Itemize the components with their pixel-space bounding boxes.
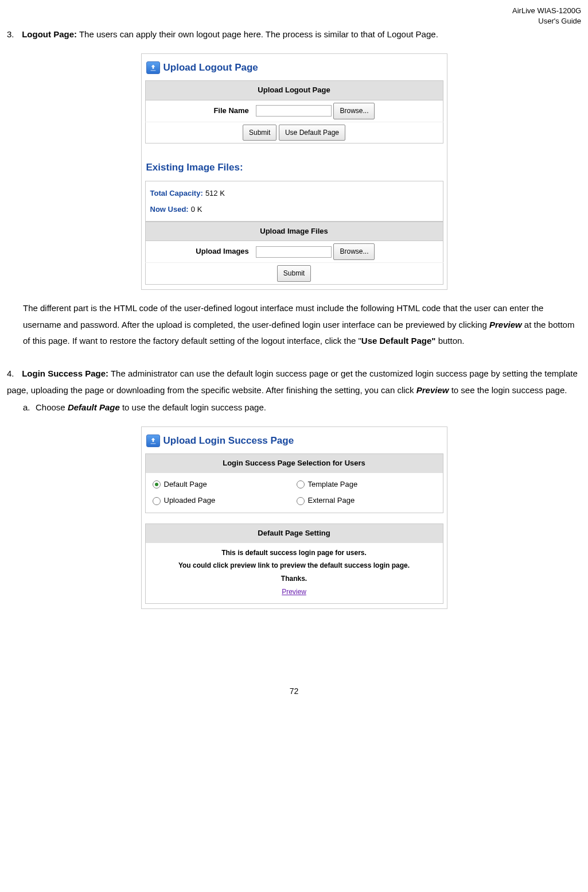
default-setting-box: Default Page Setting This is default suc… bbox=[145, 523, 443, 604]
sub-a-post: to use the default login success page. bbox=[120, 402, 266, 412]
header-line1: AirLive WIAS-1200G bbox=[7, 6, 581, 16]
use-default-page-button[interactable]: Use Default Page bbox=[279, 125, 345, 141]
def-line2: You could click preview link to preview … bbox=[148, 559, 441, 572]
section-3: 3. Logout Page: The users can apply thei… bbox=[7, 26, 581, 43]
upload-logout-panel: Upload Logout Page Upload Logout Page Fi… bbox=[141, 53, 447, 290]
sub-a-pre: Choose bbox=[36, 402, 68, 412]
def-line1: This is default success login page for u… bbox=[148, 546, 441, 560]
submit-button-2[interactable]: Submit bbox=[277, 265, 311, 282]
figure-upload-logout: Upload Logout Page Upload Logout Page Fi… bbox=[7, 53, 581, 290]
panel2-title-text: Upload Login Success Page bbox=[163, 435, 294, 446]
upload-images-input[interactable] bbox=[256, 246, 332, 258]
opt-template: Template Page bbox=[308, 478, 358, 492]
doc-header: AirLive WIAS-1200G User's Guide bbox=[7, 6, 581, 26]
tbl1-header: Upload Logout Page bbox=[145, 81, 443, 100]
selection-header: Login Success Page Selection for Users bbox=[146, 454, 443, 473]
radio-icon-selected bbox=[153, 480, 161, 488]
total-capacity-label: Total Capacity: bbox=[150, 189, 203, 197]
opt-default: Default Page bbox=[164, 478, 207, 492]
def-line3: Thanks. bbox=[148, 572, 441, 585]
header-line2: User's Guide bbox=[7, 16, 581, 26]
default-setting-header: Default Page Setting bbox=[146, 524, 443, 543]
opt-uploaded: Uploaded Page bbox=[164, 494, 216, 508]
upload-logout-table: Upload Logout Page File Name Browse... S… bbox=[145, 80, 443, 144]
s4-preview-word: Preview bbox=[416, 385, 449, 395]
file-name-input[interactable] bbox=[256, 105, 332, 117]
section-4: 4. Login Success Page: The administrator… bbox=[7, 366, 581, 416]
tbl2-header: Upload Image Files bbox=[145, 222, 443, 241]
list-num-3: 3. bbox=[7, 26, 20, 43]
upload-icon-2 bbox=[146, 435, 160, 447]
total-capacity-value: 512 K bbox=[205, 189, 225, 197]
panel-title-row: Upload Logout Page bbox=[145, 56, 443, 80]
now-used-label: Now Used: bbox=[150, 205, 189, 214]
file-name-label: File Name bbox=[145, 100, 252, 122]
s3-para-p1: The different part is the HTML code of t… bbox=[23, 303, 543, 329]
existing-files-title: Existing Image Files: bbox=[145, 156, 443, 180]
browse-button-2[interactable]: Browse... bbox=[333, 243, 375, 260]
s3-title: Logout Page: bbox=[22, 29, 77, 39]
now-used-value: 0 K bbox=[191, 205, 203, 214]
upload-images-label: Upload Images bbox=[145, 241, 252, 263]
preview-link[interactable]: Preview bbox=[282, 588, 306, 596]
s3-use-default-bold: Use Default Page" bbox=[361, 336, 436, 346]
opt-external: External Page bbox=[308, 494, 355, 508]
list-num-4: 4. bbox=[7, 366, 20, 382]
submit-button-1[interactable]: Submit bbox=[243, 125, 277, 141]
panel-title-text: Upload Logout Page bbox=[163, 62, 258, 73]
browse-button-1[interactable]: Browse... bbox=[333, 103, 375, 119]
selection-box: Login Success Page Selection for Users D… bbox=[145, 453, 443, 513]
radio-external-page[interactable]: External Page bbox=[294, 492, 438, 509]
s3-tail: The users can apply their own logout pag… bbox=[77, 29, 438, 39]
sub-a-num: a. bbox=[23, 400, 36, 416]
s3-paragraph: The different part is the HTML code of t… bbox=[7, 300, 581, 350]
sub-a-bold: Default Page bbox=[68, 402, 120, 412]
s4-title: Login Success Page: bbox=[22, 369, 108, 378]
s3-preview-word: Preview bbox=[489, 320, 522, 329]
upload-icon bbox=[146, 61, 160, 74]
capacity-box: Total Capacity: 512 K Now Used: 0 K bbox=[145, 181, 443, 222]
radio-default-page[interactable]: Default Page bbox=[150, 476, 294, 493]
s3-para-p3: button. bbox=[435, 336, 464, 346]
radio-uploaded-page[interactable]: Uploaded Page bbox=[150, 492, 294, 509]
radio-icon bbox=[297, 480, 305, 488]
panel2-title-row: Upload Login Success Page bbox=[145, 429, 443, 453]
login-success-panel: Upload Login Success Page Login Success … bbox=[141, 426, 447, 609]
figure-login-success: Upload Login Success Page Login Success … bbox=[7, 426, 581, 609]
page-number: 72 bbox=[7, 684, 581, 699]
upload-image-table: Upload Image Files Upload Images Browse.… bbox=[145, 222, 443, 285]
radio-icon bbox=[153, 497, 161, 505]
s4-tail2: to see the login success page. bbox=[449, 385, 567, 395]
radio-icon bbox=[297, 497, 305, 505]
radio-template-page[interactable]: Template Page bbox=[294, 476, 438, 493]
